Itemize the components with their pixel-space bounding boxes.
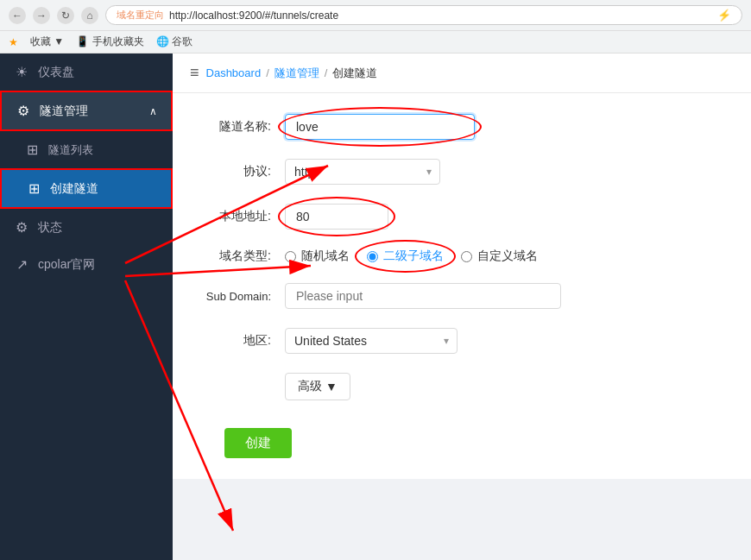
radio-random-input[interactable] bbox=[285, 251, 296, 262]
create-button[interactable]: 创建 bbox=[224, 428, 292, 458]
radio-custom-label: 自定义域名 bbox=[477, 249, 538, 264]
radio-second-level-label: 二级子域名 bbox=[383, 249, 444, 264]
subdomain-control bbox=[285, 283, 630, 309]
tunnel-name-label: 隧道名称: bbox=[199, 119, 285, 135]
breadcrumb-sep1: / bbox=[266, 66, 269, 79]
sidebar-item-create-tunnel[interactable]: ⊞ 创建隧道 bbox=[0, 168, 173, 209]
protocol-label: 协议: bbox=[199, 164, 285, 179]
sidebar-item-status[interactable]: ⚙ 状态 bbox=[0, 209, 173, 246]
advanced-button[interactable]: 高级 ▼ bbox=[285, 373, 350, 400]
menu-icon[interactable]: ≡ bbox=[190, 64, 199, 82]
tunnel-mgmt-arrow: ∧ bbox=[149, 105, 157, 117]
subdomain-input[interactable] bbox=[285, 283, 561, 309]
bookmark-google[interactable]: 🌐 谷歌 bbox=[156, 35, 192, 49]
region-label: 地区: bbox=[199, 333, 285, 349]
breadcrumb-current: 创建隧道 bbox=[332, 66, 377, 81]
local-addr-label: 本地地址: bbox=[199, 209, 285, 224]
region-control: United States China Japan Europe bbox=[285, 328, 630, 354]
advanced-control: 高级 ▼ bbox=[285, 373, 630, 400]
browser-chrome: ← → ↻ ⌂ 域名重定向 http://localhost:9200/#/tu… bbox=[0, 0, 751, 31]
radio-second-level[interactable]: 二级子域名 bbox=[367, 249, 444, 264]
form-row-region: 地区: United States China Japan Europe bbox=[199, 328, 725, 354]
bookmark-mobile[interactable]: 📱 手机收藏夹 bbox=[76, 35, 143, 49]
breadcrumb: Dashboard / 隧道管理 / 创建隧道 bbox=[206, 66, 378, 81]
form-row-subdomain: Sub Domain: bbox=[199, 283, 725, 309]
breadcrumb-sep2: / bbox=[325, 66, 328, 79]
sidebar-tunnel-mgmt-label: 隧道管理 bbox=[40, 104, 88, 119]
star-icon: ★ bbox=[9, 36, 18, 48]
tunnel-mgmt-icon: ⚙ bbox=[16, 103, 31, 119]
form-row-protocol: 协议: http https tcp udp bbox=[199, 159, 725, 185]
region-select[interactable]: United States China Japan Europe bbox=[285, 328, 458, 354]
sidebar-item-tunnel-mgmt[interactable]: ⚙ 隧道管理 ∧ bbox=[0, 91, 173, 131]
advanced-label: 高级 bbox=[298, 379, 322, 394]
radio-random-domain[interactable]: 随机域名 bbox=[285, 249, 350, 264]
dashboard-icon: ☀ bbox=[14, 64, 29, 80]
main-content: ≡ Dashboard / 隧道管理 / 创建隧道 隧道名称: bbox=[173, 53, 751, 560]
protocol-select[interactable]: http https tcp udp bbox=[285, 159, 440, 185]
bookmark-favorites[interactable]: 收藏 ▼ bbox=[30, 35, 64, 49]
radio-random-label: 随机域名 bbox=[301, 249, 350, 264]
local-addr-input[interactable] bbox=[285, 204, 388, 230]
home-btn[interactable]: ⌂ bbox=[81, 7, 98, 24]
sidebar-create-tunnel-label: 创建隧道 bbox=[50, 181, 98, 197]
domain-type-label: 域名类型: bbox=[199, 249, 285, 264]
tunnel-name-input[interactable] bbox=[285, 114, 475, 140]
sidebar-tunnel-list-label: 隧道列表 bbox=[48, 142, 93, 158]
breadcrumb-parent[interactable]: 隧道管理 bbox=[275, 66, 319, 81]
status-icon: ⚙ bbox=[14, 219, 29, 236]
domain-type-control: 随机域名 二级子域名 自定义域名 bbox=[285, 249, 630, 264]
tunnel-name-control bbox=[285, 114, 630, 140]
sidebar-item-tunnel-list[interactable]: ⊞ 隧道列表 bbox=[0, 131, 173, 168]
form-row-domain-type: 域名类型: 随机域名 二级子域名 自定义域名 bbox=[199, 249, 725, 264]
create-row: 创建 bbox=[199, 419, 725, 458]
top-bar: ≡ Dashboard / 隧道管理 / 创建隧道 bbox=[173, 53, 751, 93]
radio-custom-domain[interactable]: 自定义域名 bbox=[461, 249, 538, 264]
radio-custom-input[interactable] bbox=[461, 251, 472, 262]
subdomain-label: Sub Domain: bbox=[199, 290, 285, 303]
local-addr-control bbox=[285, 204, 630, 230]
sidebar-item-dashboard[interactable]: ☀ 仪表盘 bbox=[0, 53, 173, 91]
bookmarks-bar: ★ 收藏 ▼ 📱 手机收藏夹 🌐 谷歌 bbox=[0, 31, 751, 53]
refresh-btn[interactable]: ↻ bbox=[57, 7, 74, 24]
url-bar[interactable]: 域名重定向 http://localhost:9200/#/tunnels/cr… bbox=[105, 5, 742, 25]
create-label: 创建 bbox=[245, 435, 271, 450]
breadcrumb-home[interactable]: Dashboard bbox=[206, 66, 262, 79]
form-area: 隧道名称: 协议: http https bbox=[173, 93, 751, 479]
app-layout: ☀ 仪表盘 ⚙ 隧道管理 ∧ ⊞ 隧道列表 ⊞ 创建隧道 ⚙ 状态 ↗ cpol… bbox=[0, 53, 751, 560]
sidebar-item-cpolar[interactable]: ↗ cpolar官网 bbox=[0, 246, 173, 283]
sidebar: ☀ 仪表盘 ⚙ 隧道管理 ∧ ⊞ 隧道列表 ⊞ 创建隧道 ⚙ 状态 ↗ cpol… bbox=[0, 53, 173, 560]
form-row-tunnel-name: 隧道名称: bbox=[199, 114, 725, 140]
back-btn[interactable]: ← bbox=[9, 7, 26, 24]
sidebar-cpolar-label: cpolar官网 bbox=[38, 257, 95, 273]
protocol-select-wrapper: http https tcp udp bbox=[285, 159, 440, 185]
sidebar-status-label: 状态 bbox=[38, 220, 62, 236]
sidebar-item-dashboard-label: 仪表盘 bbox=[38, 65, 74, 80]
form-row-local-addr: 本地地址: bbox=[199, 204, 725, 230]
protocol-control: http https tcp udp bbox=[285, 159, 630, 185]
region-select-wrapper: United States China Japan Europe bbox=[285, 328, 458, 354]
redirect-label: 域名重定向 bbox=[117, 9, 164, 22]
cpolar-icon: ↗ bbox=[14, 256, 29, 273]
radio-second-level-input[interactable] bbox=[367, 251, 378, 262]
form-row-advanced: 高级 ▼ bbox=[199, 373, 725, 400]
tunnel-list-icon: ⊞ bbox=[24, 142, 40, 158]
advanced-arrow-icon: ▼ bbox=[325, 380, 338, 393]
lightning-icon: ⚡ bbox=[717, 9, 731, 22]
forward-btn[interactable]: → bbox=[33, 7, 50, 24]
url-text: http://localhost:9200/#/tunnels/create bbox=[169, 9, 338, 22]
create-tunnel-icon: ⊞ bbox=[26, 180, 41, 197]
